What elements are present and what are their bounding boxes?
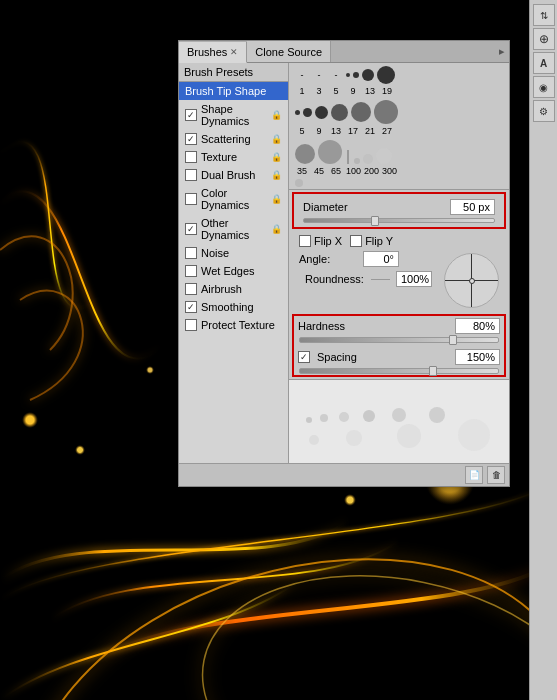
brush-menu-item-smoothing[interactable]: ✓ Smoothing bbox=[179, 298, 288, 316]
preset-n13[interactable]: 13 bbox=[363, 86, 377, 96]
texture-lock-icon: 🔒 bbox=[271, 152, 282, 162]
delete-preset-button[interactable]: 🗑 bbox=[487, 466, 505, 484]
tab-clone-source[interactable]: Clone Source bbox=[247, 41, 331, 62]
type-button[interactable]: A bbox=[533, 52, 555, 74]
preset-n300[interactable]: 300 bbox=[382, 166, 397, 176]
preset-dot-r2-3 bbox=[315, 106, 328, 119]
hardness-value[interactable]: 80% bbox=[455, 318, 500, 334]
diameter-value[interactable]: 50 px bbox=[450, 199, 495, 215]
airbrush-checkbox[interactable] bbox=[185, 283, 197, 295]
brush-menu-item-other-dynamics[interactable]: ✓ Other Dynamics 🔒 bbox=[179, 214, 288, 244]
svg-point-1 bbox=[320, 414, 328, 422]
preset-dot-r2-5 bbox=[351, 102, 371, 122]
preset-n17[interactable]: 17 bbox=[346, 126, 360, 136]
brush-menu-item-texture[interactable]: Texture 🔒 bbox=[179, 148, 288, 166]
preset-dot-small bbox=[353, 72, 359, 78]
svg-point-6 bbox=[309, 435, 319, 445]
noise-checkbox[interactable] bbox=[185, 247, 197, 259]
preset-n19[interactable]: 19 bbox=[380, 86, 394, 96]
smoothing-checkbox[interactable]: ✓ bbox=[185, 301, 197, 313]
hardness-slider-row bbox=[294, 336, 504, 344]
preset-n5b[interactable]: 5 bbox=[295, 126, 309, 136]
diameter-slider-track[interactable] bbox=[303, 218, 495, 223]
brush-presets-header: Brush Presets bbox=[179, 63, 288, 82]
preset-n45[interactable]: 45 bbox=[312, 166, 326, 176]
angle-label: Angle: bbox=[299, 253, 359, 265]
brush-menu-item-shape-dynamics[interactable]: ✓ Shape Dynamics 🔒 bbox=[179, 100, 288, 130]
brush-menu-item-scattering[interactable]: ✓ Scattering 🔒 bbox=[179, 130, 288, 148]
roundness-value[interactable]: 100% bbox=[396, 271, 432, 287]
preset-n35[interactable]: 35 bbox=[295, 166, 309, 176]
preset-n21[interactable]: 21 bbox=[363, 126, 377, 136]
brush-menu-item-noise[interactable]: Noise bbox=[179, 244, 288, 262]
preset-n3[interactable]: 3 bbox=[312, 86, 326, 96]
tab-expand-button[interactable]: ▸ bbox=[495, 45, 509, 58]
angle-row: Angle: 0° bbox=[299, 251, 438, 267]
preset-n9b[interactable]: 9 bbox=[312, 126, 326, 136]
settings-button[interactable]: ⚙ bbox=[533, 100, 555, 122]
tab-brushes[interactable]: Brushes ✕ bbox=[179, 42, 247, 63]
preset-n200[interactable]: 200 bbox=[364, 166, 379, 176]
preset-num-dash1: - bbox=[295, 70, 309, 80]
dual-brush-label: Dual Brush bbox=[201, 169, 255, 181]
preset-n65[interactable]: 65 bbox=[329, 166, 343, 176]
spacing-slider-track[interactable] bbox=[299, 368, 499, 374]
color-dynamics-lock-icon: 🔒 bbox=[271, 194, 282, 204]
crosshair-center-dot bbox=[469, 278, 475, 284]
brush-settings: - - - 1 3 5 9 13 19 bbox=[289, 63, 509, 463]
preset-n9[interactable]: 9 bbox=[346, 86, 360, 96]
scattering-label: Scattering bbox=[201, 133, 251, 145]
svg-point-0 bbox=[306, 417, 312, 423]
protect-texture-checkbox[interactable] bbox=[185, 319, 197, 331]
preset-n13b[interactable]: 13 bbox=[329, 126, 343, 136]
preset-dot-r2-2 bbox=[303, 108, 312, 117]
angle-value[interactable]: 0° bbox=[363, 251, 399, 267]
texture-checkbox[interactable] bbox=[185, 151, 197, 163]
spacing-checkbox[interactable]: ✓ bbox=[298, 351, 310, 363]
dual-brush-checkbox[interactable] bbox=[185, 169, 197, 181]
other-dynamics-checkbox[interactable]: ✓ bbox=[185, 223, 197, 235]
spacing-value[interactable]: 150% bbox=[455, 349, 500, 365]
preset-numbers-row-3: 35 45 65 100 200 300 bbox=[291, 165, 507, 177]
noise-label: Noise bbox=[201, 247, 229, 259]
zoom-button[interactable]: ⊕ bbox=[533, 28, 555, 50]
hardness-slider-thumb[interactable] bbox=[449, 335, 457, 345]
protect-texture-label: Protect Texture bbox=[201, 319, 275, 331]
brush-menu-item-dual-brush[interactable]: Dual Brush 🔒 bbox=[179, 166, 288, 184]
preset-n5[interactable]: 5 bbox=[329, 86, 343, 96]
new-preset-button[interactable]: 📄 bbox=[465, 466, 483, 484]
shape-dynamics-checkbox[interactable]: ✓ bbox=[185, 109, 197, 121]
hardness-spacing-section: Hardness 80% ✓ Spacing 150% bbox=[292, 314, 506, 377]
flip-x-checkbox[interactable] bbox=[299, 235, 311, 247]
preset-num-dash2: - bbox=[312, 70, 326, 80]
crosshair-circle[interactable] bbox=[444, 253, 499, 308]
preset-n1[interactable]: 1 bbox=[295, 86, 309, 96]
preset-dot-r3-2 bbox=[318, 140, 342, 164]
tab-close-brushes[interactable]: ✕ bbox=[230, 47, 238, 57]
texture-label: Texture bbox=[201, 151, 237, 163]
preset-n100[interactable]: 100 bbox=[346, 166, 361, 176]
preset-n27[interactable]: 27 bbox=[380, 126, 394, 136]
hardness-row: Hardness 80% bbox=[294, 316, 504, 336]
brush-menu-items[interactable]: Brush Tip Shape ✓ Shape Dynamics 🔒 ✓ Sca… bbox=[179, 82, 288, 463]
brush-menu-item-airbrush[interactable]: Airbrush bbox=[179, 280, 288, 298]
brush-menu-item-protect-texture[interactable]: Protect Texture bbox=[179, 316, 288, 334]
diameter-slider-thumb[interactable] bbox=[371, 216, 379, 226]
spacing-slider-thumb[interactable] bbox=[429, 366, 437, 376]
preset-row-1: - - - bbox=[291, 65, 507, 85]
preset-row-3 bbox=[291, 139, 507, 165]
brush-menu-item-tip-shape[interactable]: Brush Tip Shape bbox=[179, 82, 288, 100]
scattering-checkbox[interactable]: ✓ bbox=[185, 133, 197, 145]
arrows-button[interactable]: ⇅ bbox=[533, 4, 555, 26]
wet-edges-checkbox[interactable] bbox=[185, 265, 197, 277]
hardness-slider-track[interactable] bbox=[299, 337, 499, 343]
dual-brush-lock-icon: 🔒 bbox=[271, 170, 282, 180]
flip-y-checkbox[interactable] bbox=[350, 235, 362, 247]
eye-button[interactable]: ◉ bbox=[533, 76, 555, 98]
color-dynamics-checkbox[interactable] bbox=[185, 193, 197, 205]
diameter-inner: Diameter 50 px bbox=[294, 194, 504, 227]
brush-menu-item-wet-edges[interactable]: Wet Edges bbox=[179, 262, 288, 280]
preset-dot-r2-1 bbox=[295, 110, 300, 115]
spacing-label: Spacing bbox=[317, 351, 451, 363]
brush-menu-item-color-dynamics[interactable]: Color Dynamics 🔒 bbox=[179, 184, 288, 214]
